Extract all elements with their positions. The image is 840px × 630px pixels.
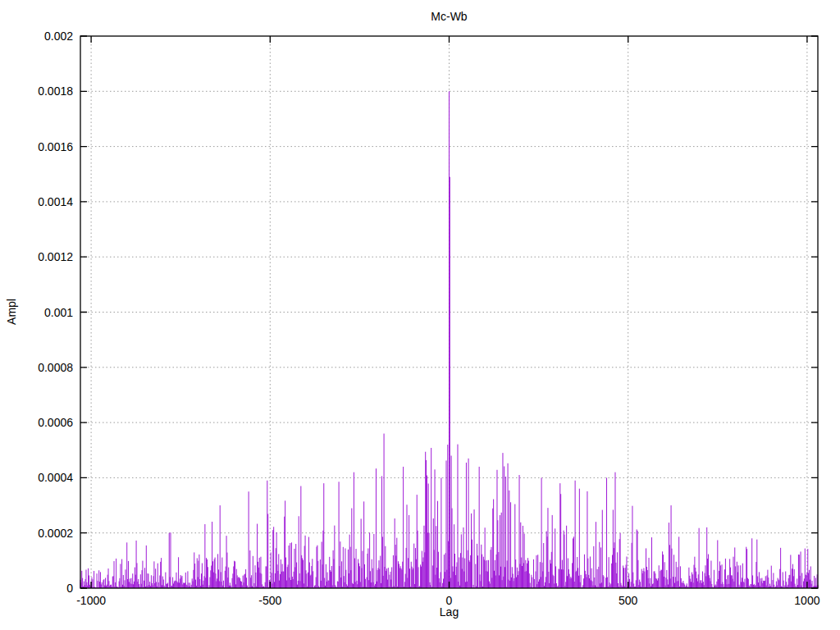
y-tick-label: 0.002 [44, 30, 73, 43]
correlation-figure: Mc-Wb Ampl Lag -1000-5000500100000.00020… [0, 0, 840, 630]
y-tick-label: 0.0016 [38, 140, 73, 153]
y-tick-label: 0.0006 [38, 416, 73, 429]
x-axis-label: Lag [80, 605, 818, 619]
y-tick-label: 0.001 [44, 306, 73, 319]
y-tick-label: 0 [66, 582, 73, 595]
y-tick-label: 0.0012 [38, 250, 73, 263]
plot-area: -1000-5000500100000.00020.00040.00060.00… [0, 0, 840, 630]
chart-title: Mc-Wb [80, 10, 818, 23]
y-tick-label: 0.0004 [38, 471, 73, 484]
y-tick-label: 0.0014 [38, 195, 73, 208]
y-tick-label: 0.0002 [38, 527, 73, 540]
correlation-series [80, 91, 818, 588]
y-axis-label: Ampl [5, 299, 18, 325]
y-tick-label: 0.0008 [38, 361, 73, 374]
y-tick-label: 0.0018 [38, 84, 73, 98]
